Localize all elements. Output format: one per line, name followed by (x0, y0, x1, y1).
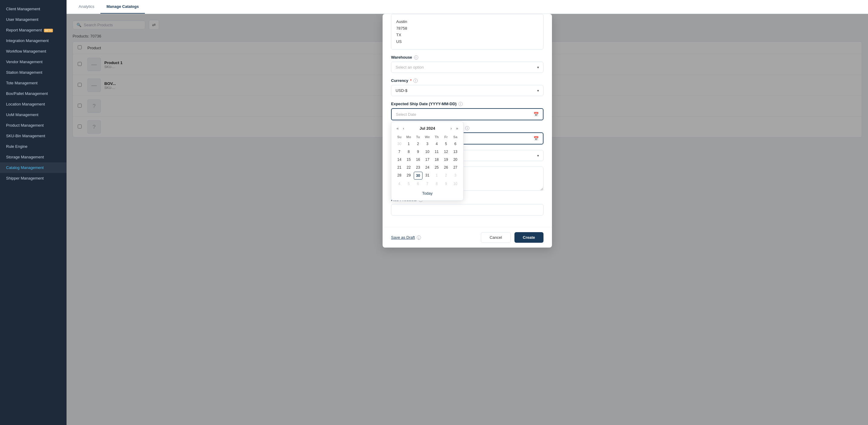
ship-date-input[interactable]: Select Date 📅 (391, 108, 544, 120)
cal-day[interactable]: 10 (423, 148, 432, 155)
cal-dow-sa: Sa (451, 134, 460, 140)
cal-month-year: Jul 2024 (407, 126, 448, 131)
cal-day[interactable]: 1 (432, 172, 441, 179)
sidebar-item-tote-management[interactable]: Tote Management (0, 78, 66, 88)
modal-footer: Save as Draft i Cancel Create (382, 227, 552, 248)
tab-manage-catalogs[interactable]: Manage Catalogs (100, 0, 145, 13)
cal-day[interactable]: 6 (414, 180, 423, 188)
cal-next-year-btn[interactable]: » (455, 125, 460, 131)
cal-day[interactable]: 2 (441, 172, 450, 179)
cal-day[interactable]: 8 (432, 180, 441, 188)
warehouse-select[interactable]: Select an option ▾ (391, 62, 544, 73)
footer-buttons: Cancel Create (481, 232, 544, 243)
currency-select[interactable]: USD-$ ▾ (391, 85, 544, 96)
currency-label: Currency * i (391, 78, 544, 83)
currency-group: Currency * i USD-$ ▾ (391, 78, 544, 96)
cal-day[interactable]: 4 (395, 180, 404, 188)
add-products-bar[interactable] (391, 204, 544, 216)
cal-day[interactable]: 14 (395, 156, 404, 163)
cal-day[interactable]: 3 (423, 140, 432, 148)
sidebar-item-station-management[interactable]: Station Management (0, 67, 66, 78)
create-button[interactable]: Create (515, 232, 544, 243)
sidebar-item-sku-bin-management[interactable]: SKU-Bin Management (0, 131, 66, 141)
cal-day[interactable]: 12 (441, 148, 450, 155)
sidebar-item-integration-management[interactable]: Integration Management (0, 35, 66, 46)
cal-day[interactable]: 25 (432, 164, 441, 171)
sidebar-item-vendor-management[interactable]: Vendor Management (0, 57, 66, 67)
warehouse-group: Warehouse i Select an option ▾ (391, 55, 544, 73)
modal-body: Austin 78758 TX US Warehouse i Select an… (382, 14, 552, 227)
cancel-button[interactable]: Cancel (481, 232, 510, 243)
cal-day[interactable]: 15 (404, 156, 413, 163)
cal-day[interactable]: 13 (451, 148, 460, 155)
cal-day[interactable]: 18 (432, 156, 441, 163)
cal-prev-month-btn[interactable]: ‹ (401, 125, 406, 131)
delivery-date-info-icon[interactable]: i (465, 126, 469, 130)
sidebar-item-workflow-management[interactable]: Workflow Management (0, 46, 66, 57)
cal-day[interactable]: 23 (414, 164, 423, 171)
sidebar-item-location-management[interactable]: Location Management (0, 99, 66, 109)
cal-day[interactable]: 29 (404, 172, 413, 179)
address-line: Austin (396, 19, 538, 25)
ship-date-input-wrapper: Select Date 📅 « ‹ Jul 2024 › (391, 108, 544, 120)
cal-today-button[interactable]: Today (395, 190, 460, 197)
sidebar-item-client-management[interactable]: Client Management (0, 4, 66, 14)
sidebar-item-product-management[interactable]: Product Management (0, 120, 66, 131)
cal-day[interactable]: 1 (404, 140, 413, 148)
cal-day[interactable]: 20 (451, 156, 460, 163)
cal-day[interactable]: 9 (441, 180, 450, 188)
cal-day[interactable]: 10 (451, 180, 460, 188)
save-draft-info-icon[interactable]: i (417, 235, 421, 240)
cal-day[interactable]: 22 (404, 164, 413, 171)
currency-info-icon[interactable]: i (413, 78, 418, 83)
cal-day[interactable]: 26 (441, 164, 450, 171)
expected-ship-date-group: Expected Ship Date (YYYY-MM-DD) i Select… (391, 102, 544, 120)
sidebar-item-shipper-management[interactable]: Shipper Management (0, 173, 66, 184)
cal-day[interactable]: 6 (451, 140, 460, 148)
cal-dow-su: Su (395, 134, 404, 140)
cal-day[interactable]: 30 (395, 140, 404, 148)
address-line: 78758 (396, 25, 538, 32)
sidebar-item-user-management[interactable]: User Management (0, 14, 66, 25)
sidebar-item-storage-management[interactable]: Storage Management (0, 152, 66, 162)
warehouse-info-icon[interactable]: i (414, 55, 418, 60)
cal-day[interactable]: 7 (423, 180, 432, 188)
expected-ship-date-label: Expected Ship Date (YYYY-MM-DD) i (391, 102, 544, 106)
extra-dropdown-arrow: ▾ (537, 154, 539, 158)
cal-next-month-btn[interactable]: › (449, 125, 453, 131)
cal-day[interactable]: 5 (441, 140, 450, 148)
cal-day[interactable]: 8 (404, 148, 413, 155)
cal-day[interactable]: 9 (414, 148, 423, 155)
cal-day[interactable]: 21 (395, 164, 404, 171)
cal-day[interactable]: 4 (432, 140, 441, 148)
cal-day[interactable]: 17 (423, 156, 432, 163)
warehouse-label: Warehouse i (391, 55, 544, 60)
address-line: TX (396, 32, 538, 38)
cal-day[interactable]: 27 (451, 164, 460, 171)
ship-date-info-icon[interactable]: i (459, 102, 463, 106)
cal-day[interactable]: 31 (423, 172, 432, 179)
cal-day-today[interactable]: 30 (414, 172, 423, 179)
cal-day[interactable]: 5 (404, 180, 413, 188)
sidebar-item-rule-engine[interactable]: Rule Engine (0, 141, 66, 152)
cal-day[interactable]: 3 (451, 172, 460, 179)
sidebar-item-catalog-management[interactable]: Catalog Management (0, 162, 66, 173)
address-block: Austin 78758 TX US (391, 14, 544, 50)
sidebar-item-uom-management[interactable]: UoM Management (0, 109, 66, 120)
sidebar-item-report-management[interactable]: Report ManagementBETA (0, 25, 66, 35)
tab-analytics[interactable]: Analytics (72, 0, 100, 13)
cal-day[interactable]: 2 (414, 140, 423, 148)
save-draft-link[interactable]: Save as Draft i (391, 235, 421, 240)
tabs-bar: AnalyticsManage Catalogs (66, 0, 868, 14)
cal-day[interactable]: 11 (432, 148, 441, 155)
cal-day[interactable]: 16 (414, 156, 423, 163)
cal-dow-tu: Tu (414, 134, 423, 140)
modal-dialog: Austin 78758 TX US Warehouse i Select an… (382, 14, 552, 248)
currency-dropdown-arrow: ▾ (537, 89, 539, 93)
cal-prev-year-btn[interactable]: « (395, 125, 400, 131)
cal-day[interactable]: 19 (441, 156, 450, 163)
sidebar-item-box-pallet-management[interactable]: Box/Pallet Management (0, 88, 66, 99)
cal-day[interactable]: 7 (395, 148, 404, 155)
cal-day[interactable]: 24 (423, 164, 432, 171)
cal-day[interactable]: 28 (395, 172, 404, 179)
